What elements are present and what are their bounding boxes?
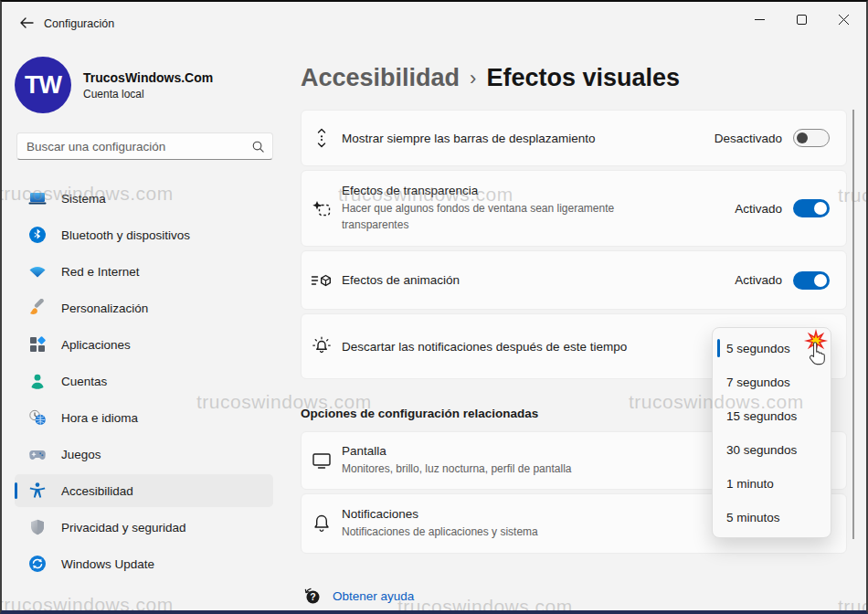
sidebar-item-label: Windows Update (61, 557, 154, 571)
dropdown-option-1-minuto[interactable]: 1 minuto (713, 467, 831, 501)
sidebar-item-label: Bluetooth y dispositivos (61, 228, 190, 242)
setting-state-label: Activado (735, 273, 782, 287)
minimize-button[interactable] (738, 2, 780, 37)
sidebar-item-aplicaciones[interactable]: Aplicaciones (15, 328, 273, 361)
titlebar: Configuración (2, 2, 866, 46)
setting-title: Efectos de transparencia (342, 184, 727, 197)
sidebar-item-windows-update[interactable]: Windows Update (15, 547, 273, 580)
sidebar: TW TrucosWindows.Com Cuenta local Sistem… (2, 46, 285, 610)
sidebar-item-personalizacion[interactable]: Personalización (15, 291, 273, 324)
sidebar-item-bluetooth[interactable]: Bluetooth y dispositivos (15, 218, 273, 251)
setting-title: Mostrar siempre las barras de desplazami… (342, 132, 707, 145)
setting-row-transparency: Efectos de transparencia Hacer que algun… (301, 170, 847, 247)
dismiss-time-icon (302, 335, 342, 357)
setting-row-scrollbars: Mostrar siempre las barras de desplazami… (301, 110, 847, 166)
close-button[interactable] (822, 2, 864, 37)
setting-subtitle: Hacer que algunos fondos de ventana sean… (342, 201, 625, 233)
sidebar-nav: Sistema Bluetooth y dispositivos Red e I… (15, 182, 273, 584)
dropdown-option-7-segundos[interactable]: 7 segundos (713, 365, 831, 399)
back-button[interactable] (13, 11, 40, 35)
dropdown-option-15-segundos[interactable]: 15 segundos (713, 399, 831, 433)
toggle-knob (814, 274, 827, 287)
sidebar-item-label: Sistema (61, 192, 106, 206)
setting-state-label: Activado (735, 202, 782, 216)
timeout-dropdown-panel: 5 segundos 7 segundos 15 segundos 30 seg… (712, 327, 831, 538)
help-icon: ? (302, 587, 321, 605)
sidebar-item-hora[interactable]: Hora e idioma (15, 401, 273, 434)
back-arrow-icon (19, 16, 34, 29)
breadcrumb-separator-icon: › (470, 65, 476, 90)
sidebar-item-label: Red e Internet (61, 265, 140, 279)
personalization-icon (23, 299, 52, 317)
breadcrumb-parent[interactable]: Accesibilidad (301, 64, 460, 92)
breadcrumb: Accesibilidad › Efectos visuales (301, 58, 866, 97)
bluetooth-icon (23, 226, 52, 244)
display-icon (302, 450, 342, 471)
profile-account-type: Cuenta local (83, 88, 213, 101)
page-title: Efectos visuales (486, 64, 680, 92)
sidebar-item-sistema[interactable]: Sistema (15, 182, 273, 215)
setting-state-label: Desactivado (715, 132, 782, 145)
sidebar-item-label: Personalización (61, 302, 148, 315)
sidebar-item-juegos[interactable]: Juegos (15, 438, 273, 471)
sidebar-item-privacidad[interactable]: Privacidad y seguridad (15, 511, 273, 544)
sidebar-item-label: Juegos (61, 448, 101, 461)
profile-row[interactable]: TW TrucosWindows.Com Cuenta local (15, 57, 213, 113)
sidebar-item-label: Hora e idioma (61, 411, 138, 425)
minimize-icon (755, 15, 765, 25)
time-language-icon (23, 408, 52, 427)
transparency-toggle[interactable] (793, 199, 830, 217)
search-input[interactable] (26, 140, 251, 154)
scrollbars-icon (302, 128, 342, 148)
windows-update-icon (23, 555, 52, 573)
apps-icon (23, 335, 52, 354)
sidebar-item-label: Aplicaciones (61, 338, 131, 352)
dropdown-option-5-segundos[interactable]: 5 segundos (713, 332, 831, 365)
animation-toggle[interactable] (793, 271, 830, 290)
system-icon (23, 189, 52, 207)
toggle-knob (814, 202, 827, 215)
vertical-scrollbar[interactable] (852, 110, 854, 539)
related-subtitle: Notificaciones de aplicaciones y sistema (342, 524, 725, 540)
search-icon (251, 140, 265, 154)
get-help-link: Obtener ayuda (333, 589, 414, 603)
settings-window: Configuración TW TrucosWindows.Com Cuent… (0, 0, 868, 614)
animation-icon (302, 271, 342, 290)
accounts-icon (23, 372, 52, 390)
dropdown-option-5-minutos[interactable]: 5 minutos (713, 501, 831, 535)
accessibility-icon (23, 482, 52, 500)
sidebar-item-label: Cuentas (61, 375, 107, 388)
sidebar-item-cuentas[interactable]: Cuentas (15, 365, 273, 397)
maximize-icon (797, 15, 807, 25)
scrollbars-toggle[interactable] (793, 129, 830, 147)
privacy-shield-icon (23, 518, 52, 536)
transparency-icon (302, 199, 342, 217)
sidebar-item-accesibilidad[interactable]: Accesibilidad (15, 474, 273, 507)
get-help-row[interactable]: ? Obtener ayuda (302, 587, 414, 605)
window-title: Configuración (44, 17, 114, 30)
gaming-icon (23, 445, 52, 463)
selected-indicator (717, 339, 720, 357)
related-subtitle: Monitores, brillo, luz nocturna, perfil … (342, 461, 725, 477)
setting-row-animation: Efectos de animación Activado (301, 250, 847, 310)
dropdown-option-30-segundos[interactable]: 30 segundos (713, 433, 831, 467)
setting-title: Efectos de animación (342, 273, 727, 287)
close-icon (839, 15, 849, 25)
svg-text:?: ? (310, 591, 315, 602)
search-box[interactable] (16, 132, 273, 160)
maximize-button[interactable] (780, 2, 822, 37)
sidebar-item-label: Privacidad y seguridad (61, 521, 186, 535)
profile-name: TrucosWindows.Com (83, 70, 213, 85)
sidebar-item-label: Accesibilidad (61, 484, 133, 498)
toggle-knob (797, 132, 808, 143)
sidebar-item-red[interactable]: Red e Internet (15, 255, 273, 288)
network-icon (23, 262, 52, 281)
notifications-bell-icon (302, 513, 342, 535)
avatar: TW (15, 57, 71, 113)
